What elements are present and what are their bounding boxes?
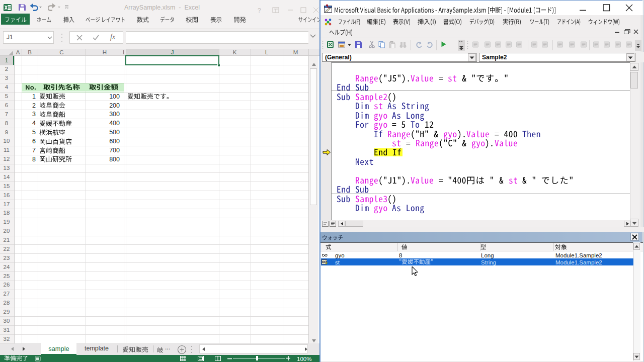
svg-text:?: ? (258, 7, 261, 14)
